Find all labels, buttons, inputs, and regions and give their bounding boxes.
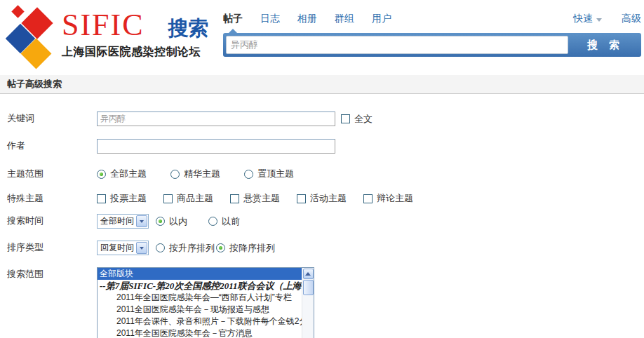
checkbox-icon[interactable] bbox=[97, 194, 106, 203]
time-option-label: 以前 bbox=[222, 215, 240, 228]
keyword-label: 关键词 bbox=[0, 111, 97, 126]
advanced-search-link[interactable]: 高级 bbox=[622, 13, 641, 25]
radio-icon[interactable] bbox=[208, 217, 217, 226]
special-option-label: 悬赏主题 bbox=[243, 192, 280, 205]
sort-select-value: 回复时间 bbox=[98, 242, 136, 254]
logo-text: SIFIC 搜索 上海国际医院感染控制论坛 bbox=[62, 7, 223, 60]
sort-type-row: 排序类型 回复时间 按升序排列 按降序排列 bbox=[0, 241, 644, 255]
topic-scope-row: 主题范围 全部主题 精华主题 置顶主题 bbox=[0, 167, 644, 181]
listbox-option-forum[interactable]: 2011年会课件、录音和照片－下载附件每个金钱2分 bbox=[98, 316, 302, 327]
special-option-label: 活动主题 bbox=[310, 192, 347, 205]
sort-type-label: 排序类型 bbox=[0, 241, 97, 255]
search-time-label: 搜索时间 bbox=[0, 214, 97, 228]
listbox-option-all-forums[interactable]: 全部版块 bbox=[98, 268, 314, 280]
sific-diamond-logo-icon bbox=[3, 3, 60, 69]
keyword-input[interactable] bbox=[97, 111, 335, 126]
search-type-nav: 帖子 日志 相册 群组 用户 快速 高级 bbox=[223, 10, 641, 28]
forum-listbox[interactable]: 全部版块 --第7届SIFIC-第20次全国感控2011联合会议（上海 2011… bbox=[97, 267, 314, 338]
time-option-label: 以内 bbox=[169, 215, 187, 228]
radio-selected-icon[interactable] bbox=[156, 217, 165, 226]
radio-icon[interactable] bbox=[156, 243, 165, 252]
special-option-trade[interactable]: 商品主题 bbox=[163, 192, 230, 205]
special-option-reward[interactable]: 悬赏主题 bbox=[230, 192, 297, 205]
search-range-row: 搜索范围 全部版块 --第7届SIFIC-第20次全国感控2011联合会议（上海… bbox=[0, 267, 644, 338]
special-topic-row: 特殊主题 投票主题 商品主题 悬赏主题 活动主题 辩论主题 bbox=[0, 191, 644, 205]
topic-scope-label: 主题范围 bbox=[0, 167, 97, 181]
scrollbar-thumb[interactable] bbox=[303, 280, 314, 295]
time-option-before[interactable]: 以前 bbox=[208, 215, 240, 228]
author-label: 作者 bbox=[0, 139, 97, 153]
scope-option-label: 精华主题 bbox=[184, 168, 220, 180]
tab-groups[interactable]: 群组 bbox=[335, 13, 354, 25]
radio-icon[interactable] bbox=[170, 170, 180, 179]
special-option-label: 投票主题 bbox=[110, 192, 147, 205]
keyword-row: 关键词 全文 bbox=[0, 111, 644, 126]
fulltext-option[interactable]: 全文 bbox=[341, 113, 373, 126]
search-button[interactable]: 搜 索 bbox=[568, 39, 638, 52]
special-option-poll[interactable]: 投票主题 bbox=[97, 192, 163, 205]
brand-name: SIFIC bbox=[62, 7, 145, 43]
radio-selected-icon[interactable] bbox=[97, 170, 106, 179]
scope-option-digest[interactable]: 精华主题 bbox=[170, 168, 244, 180]
sort-select[interactable]: 回复时间 bbox=[97, 241, 149, 255]
fulltext-label: 全文 bbox=[354, 113, 373, 126]
special-option-activity[interactable]: 活动主题 bbox=[297, 192, 363, 205]
tab-posts[interactable]: 帖子 bbox=[223, 13, 243, 25]
header: SIFIC 搜索 上海国际医院感染控制论坛 帖子 日志 相册 群组 用户 快速 … bbox=[0, 0, 644, 75]
sort-option-asc[interactable]: 按升序排列 bbox=[156, 242, 216, 255]
logo-diamond-red-small bbox=[11, 5, 24, 18]
listbox-option-forum[interactable]: 2011年全国医院感染年会—“西部百人计划”专栏 bbox=[98, 292, 302, 304]
checkbox-icon[interactable] bbox=[163, 194, 173, 203]
search-time-row: 搜索时间 全部时间 以内 以前 bbox=[0, 214, 644, 229]
listbox-option-forum[interactable]: 2011全国医院感染年会－现场报道与感想 bbox=[98, 304, 302, 316]
scope-option-all[interactable]: 全部主题 bbox=[97, 168, 170, 180]
tab-blogs[interactable]: 日志 bbox=[260, 13, 280, 25]
listbox-scrollbar[interactable] bbox=[302, 268, 314, 338]
listbox-option-forum[interactable]: 2011年全国医院感染年会－官方消息 bbox=[98, 327, 302, 338]
search-input[interactable] bbox=[226, 36, 568, 54]
checkbox-icon[interactable] bbox=[363, 194, 373, 203]
scope-option-label: 全部主题 bbox=[110, 168, 147, 180]
scope-option-label: 置顶主题 bbox=[257, 168, 294, 180]
checkbox-icon[interactable] bbox=[230, 194, 239, 203]
chevron-down-icon[interactable] bbox=[596, 18, 602, 22]
author-row: 作者 bbox=[0, 139, 644, 154]
time-select[interactable]: 全部时间 bbox=[97, 214, 149, 229]
dropdown-arrow-icon[interactable] bbox=[136, 215, 147, 227]
special-topic-label: 特殊主题 bbox=[0, 191, 97, 205]
scroll-up-icon[interactable] bbox=[303, 269, 314, 279]
special-option-debate[interactable]: 辩论主题 bbox=[363, 192, 430, 205]
advanced-search-form: 关键词 全文 作者 主题范围 全部主题 精华主题 置顶主题 bbox=[0, 94, 644, 338]
special-option-label: 商品主题 bbox=[177, 192, 213, 205]
tab-albums[interactable]: 相册 bbox=[297, 13, 317, 25]
sort-option-label: 按升序排列 bbox=[169, 242, 215, 255]
logo[interactable]: SIFIC 搜索 上海国际医院感染控制论坛 bbox=[3, 3, 220, 69]
scope-option-sticky[interactable]: 置顶主题 bbox=[244, 168, 318, 180]
tab-users[interactable]: 用户 bbox=[372, 13, 391, 25]
site-subtitle: 上海国际医院感染控制论坛 bbox=[62, 45, 223, 60]
checkbox-icon[interactable] bbox=[297, 194, 306, 203]
search-range-label: 搜索范围 bbox=[0, 267, 97, 281]
time-select-value: 全部时间 bbox=[98, 215, 136, 227]
radio-selected-icon[interactable] bbox=[216, 243, 225, 252]
logo-search-word: 搜索 bbox=[168, 12, 209, 44]
dropdown-arrow-icon[interactable] bbox=[136, 242, 147, 254]
listbox-option-category[interactable]: --第7届SIFIC-第20次全国感控2011联合会议（上海 bbox=[98, 280, 302, 292]
sort-option-label: 按降序排列 bbox=[229, 242, 275, 255]
quick-search-link[interactable]: 快速 bbox=[573, 13, 593, 25]
page-title: 帖子高级搜索 bbox=[0, 75, 644, 94]
search-bar: 搜 索 bbox=[223, 33, 641, 57]
special-option-label: 辩论主题 bbox=[377, 192, 413, 205]
header-right: 帖子 日志 相册 群组 用户 快速 高级 搜 索 bbox=[223, 10, 641, 57]
fulltext-checkbox[interactable] bbox=[341, 114, 350, 123]
time-option-within[interactable]: 以内 bbox=[156, 215, 208, 228]
author-input[interactable] bbox=[97, 139, 335, 154]
radio-icon[interactable] bbox=[244, 170, 253, 179]
mode-links: 快速 高级 bbox=[573, 13, 641, 25]
sort-option-desc[interactable]: 按降序排列 bbox=[216, 242, 275, 255]
